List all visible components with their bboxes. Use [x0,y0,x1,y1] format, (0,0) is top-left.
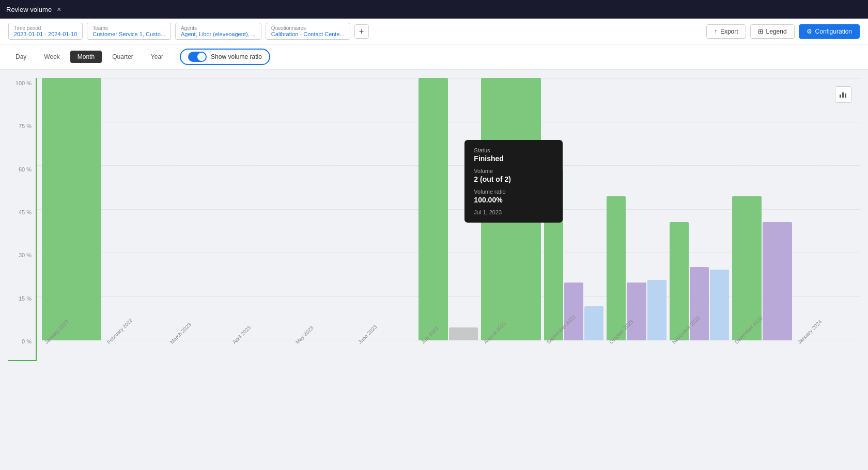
period-week-button[interactable]: Week [37,51,67,63]
bar-purple[interactable] [763,222,792,340]
bar-gray[interactable] [449,327,478,340]
config-icon: ⚙ [807,28,812,35]
toolbar: Day Week Month Quarter Year Show volume … [0,44,868,70]
y-label-45: 45 % [19,209,32,215]
top-bar: Review volume × [0,0,868,19]
page-title: Review volume [6,6,52,13]
period-day-button[interactable]: Day [8,51,34,63]
filter-questionnaires[interactable]: Questionnaires Calibration - Contact Cen… [266,23,350,40]
bar-group[interactable] [544,78,603,340]
toggle-label: Show volume ratio [211,53,262,60]
svg-rect-2 [845,93,846,98]
bar-group[interactable] [795,78,855,340]
y-label-30: 30 % [19,252,32,258]
bar-group[interactable] [42,78,101,340]
bar-group[interactable] [607,78,666,340]
svg-rect-0 [840,95,841,98]
bar-group[interactable] [355,78,415,340]
chart-container: January 2023February 2023March 2023April… [37,78,860,361]
bar-group[interactable] [104,78,164,340]
bar-group[interactable] [293,78,352,340]
bar-green[interactable] [481,78,540,340]
filter-bar: Time period 2023-01-01 - 2024-01-10 Team… [0,19,868,44]
configuration-button[interactable]: ⚙ Configuration [799,24,860,39]
bar-green[interactable] [419,78,448,340]
bar-group[interactable] [419,78,478,340]
bar-group[interactable] [167,78,227,340]
period-month-button[interactable]: Month [70,51,102,63]
chart-area: 100 % 75 % 60 % 45 % 30 % 15 % 0 % Janua… [0,70,868,369]
svg-rect-1 [842,92,844,98]
bar-chart-icon [839,90,847,99]
export-icon: ↑ [714,28,717,35]
close-button[interactable]: × [57,5,61,13]
show-volume-ratio-toggle-container[interactable]: Show volume ratio [180,49,270,65]
filter-agents[interactable]: Agents Agent, Libor (eleveoagent), ... [175,23,261,40]
y-label-100: 100 % [16,80,32,86]
bar-green[interactable] [42,78,101,340]
y-axis: 100 % 75 % 60 % 45 % 30 % 15 % 0 % [8,78,37,361]
toggle-switch[interactable] [188,52,207,62]
period-year-button[interactable]: Year [144,51,171,63]
filter-teams[interactable]: Teams Customer Service 1, Custo... [87,23,171,40]
period-quarter-button[interactable]: Quarter [105,51,141,63]
y-label-0: 0 % [22,338,32,344]
bar-green[interactable] [607,196,626,340]
bar-blue[interactable] [584,306,603,340]
bar-group[interactable] [732,78,792,340]
y-label-60: 60 % [19,166,32,173]
x-axis: January 2023February 2023March 2023April… [37,340,860,361]
bar-purple[interactable] [690,267,709,340]
export-button[interactable]: ↑ Export [706,24,746,39]
bar-group[interactable] [481,78,540,340]
bar-group[interactable] [230,78,289,340]
legend-icon: ⊞ [758,28,763,35]
y-label-75: 75 % [19,123,32,129]
bar-green[interactable] [670,222,689,340]
bar-blue[interactable] [647,280,667,340]
add-filter-button[interactable]: + [354,24,369,39]
chart-type-button[interactable] [835,86,851,103]
y-label-15: 15 % [19,295,32,302]
bars-container [37,78,860,340]
legend-button[interactable]: ⊞ Legend [750,24,795,39]
bar-green[interactable] [544,170,563,340]
filter-time-period[interactable]: Time period 2023-01-01 - 2024-01-10 [8,23,83,40]
bar-group[interactable] [670,78,729,340]
